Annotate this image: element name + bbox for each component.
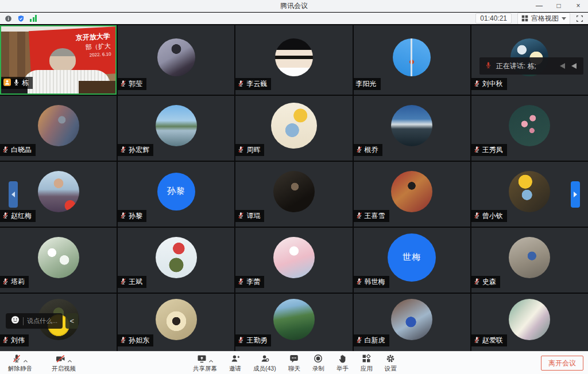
- avatar: [393, 38, 431, 76]
- members-button[interactable]: 成员(43): [251, 354, 278, 372]
- participant-tile[interactable]: 孙宏辉: [118, 96, 234, 161]
- mic-muted-icon: [238, 336, 244, 345]
- arrow-left-icon: [568, 62, 578, 70]
- participant-tile[interactable]: 王秀凤: [471, 96, 588, 161]
- mic-muted-icon: [474, 278, 480, 287]
- participant-label: 赵爱联: [471, 334, 507, 346]
- participant-label: 栋: [1, 77, 33, 89]
- participant-label: 郭莹: [118, 78, 146, 90]
- scroll-left-button[interactable]: [9, 181, 18, 208]
- participant-tile[interactable]: 孙黎 孙黎: [118, 162, 234, 227]
- avatar: [509, 299, 550, 340]
- mic-active-icon: [485, 61, 492, 71]
- raise-hand-button[interactable]: 举手: [334, 354, 351, 372]
- participant-label: 李阳光: [354, 78, 381, 90]
- mic-muted-icon: [474, 212, 480, 221]
- participant-tile[interactable]: 周晖: [235, 96, 352, 161]
- signal-icon[interactable]: [30, 15, 37, 22]
- invite-icon: [231, 354, 240, 364]
- scroll-right-icon: [574, 192, 577, 197]
- fullscreen-icon[interactable]: [576, 15, 583, 22]
- participant-tile[interactable]: 根乔: [354, 96, 470, 161]
- participant-tile[interactable]: 京开放大学 部（扩大 2022. 6.10 栋: [0, 25, 117, 95]
- mic-muted-icon: [120, 80, 126, 89]
- participant-name: 李阳光: [356, 79, 377, 89]
- participant-name: 史森: [482, 277, 496, 287]
- participant-tile[interactable]: 李云巍: [235, 25, 352, 95]
- speaker-head: [49, 48, 76, 72]
- leave-meeting-button[interactable]: 离开会议: [541, 356, 583, 371]
- participant-tile[interactable]: 李蕾: [235, 228, 352, 293]
- participant-tile[interactable]: 曾小钦: [471, 162, 588, 227]
- participant-tile[interactable]: 谭琨: [235, 162, 352, 227]
- mic-muted-icon: [356, 336, 362, 345]
- mic-muted-icon: [356, 146, 362, 155]
- settings-label: 设置: [385, 365, 397, 372]
- participant-tile[interactable]: 王斌: [118, 228, 234, 293]
- avatar: 世梅: [388, 233, 436, 282]
- view-mode-selector[interactable]: 宫格视图: [517, 13, 570, 25]
- apps-icon: [362, 354, 371, 364]
- participant-name: 栋: [22, 78, 29, 88]
- participant-tile[interactable]: 赵红梅: [0, 162, 117, 227]
- avatar: [391, 105, 432, 146]
- settings-button[interactable]: 设置: [382, 354, 399, 372]
- mic-muted-icon: [356, 212, 362, 221]
- participant-tile[interactable]: 塔莉: [0, 228, 117, 293]
- participant-tile[interactable]: 孙妲东: [118, 294, 234, 351]
- invite-button[interactable]: 邀请: [227, 354, 243, 372]
- participant-tile[interactable]: 白新虎: [354, 294, 470, 351]
- raise-hand-icon: [338, 354, 347, 364]
- chevron-up-icon[interactable]: [208, 358, 214, 364]
- mic-muted-icon: [120, 212, 126, 221]
- participant-tile[interactable]: 郭莹: [118, 25, 234, 95]
- start-video-button[interactable]: 开启视频: [49, 354, 78, 372]
- chat-collapse-button[interactable]: <: [65, 313, 78, 329]
- avatar: [38, 171, 79, 212]
- participant-label: 谭琨: [235, 210, 264, 222]
- start-video-label: 开启视频: [52, 365, 76, 372]
- participant-name: 根乔: [365, 145, 378, 155]
- chat-input-pill[interactable]: 说点什么...: [6, 313, 63, 329]
- mic-muted-icon: [238, 80, 244, 89]
- participant-tile[interactable]: 王勤勇: [235, 294, 352, 351]
- participant-name: 白晓晶: [11, 145, 32, 155]
- participant-name: 谭琨: [246, 211, 260, 221]
- share-screen-button[interactable]: 共享屏幕: [191, 354, 219, 372]
- unmute-button[interactable]: 解除静音: [6, 354, 34, 372]
- participant-tile[interactable]: 赵爱联: [471, 294, 588, 351]
- participant-tile[interactable]: 王喜雪: [354, 162, 470, 227]
- participant-name: 塔莉: [11, 277, 25, 287]
- info-icon[interactable]: [5, 15, 12, 22]
- chevron-up-icon[interactable]: [67, 358, 72, 364]
- participant-tile[interactable]: 白晓晶: [0, 96, 117, 161]
- participant-label: 王秀凤: [471, 144, 507, 156]
- participant-label: 赵红梅: [0, 210, 36, 222]
- shield-icon[interactable]: [17, 15, 25, 22]
- participant-label: 曾小钦: [471, 210, 507, 222]
- participant-tile[interactable]: 李阳光: [354, 25, 470, 95]
- participant-tile[interactable]: 刘伟 说点什么... <: [0, 294, 117, 351]
- mic-muted-icon: [2, 212, 9, 221]
- participant-tile[interactable]: 世梅 韩世梅: [354, 228, 470, 293]
- chevron-up-icon[interactable]: [23, 358, 28, 364]
- participant-name: 孙妲东: [129, 336, 149, 345]
- record-label: 录制: [312, 365, 324, 372]
- apps-button[interactable]: 应用: [358, 354, 375, 372]
- participant-name: 孙宏辉: [129, 145, 149, 155]
- participant-tile[interactable]: 史森: [471, 228, 588, 293]
- participant-label: 塔莉: [0, 276, 29, 288]
- participant-tile[interactable]: 刘中秋 正在讲话: 栋;: [471, 25, 588, 95]
- participant-label: 韩世梅: [354, 276, 389, 288]
- apps-label: 应用: [361, 365, 373, 372]
- participant-name: 周晖: [246, 145, 260, 155]
- mic-muted-icon: [474, 146, 480, 155]
- speaking-toast-text: 正在讲话: 栋;: [496, 61, 536, 71]
- tencent-meeting-window: 腾讯会议 — □ × 01:40:21 宫格视图: [0, 0, 588, 374]
- scroll-right-button[interactable]: [571, 181, 580, 208]
- record-button[interactable]: 录制: [310, 354, 327, 372]
- chat-button[interactable]: 聊天: [286, 354, 303, 372]
- avatar: [509, 171, 550, 212]
- participant-label: 孙黎: [118, 210, 146, 222]
- avatar: [38, 237, 79, 278]
